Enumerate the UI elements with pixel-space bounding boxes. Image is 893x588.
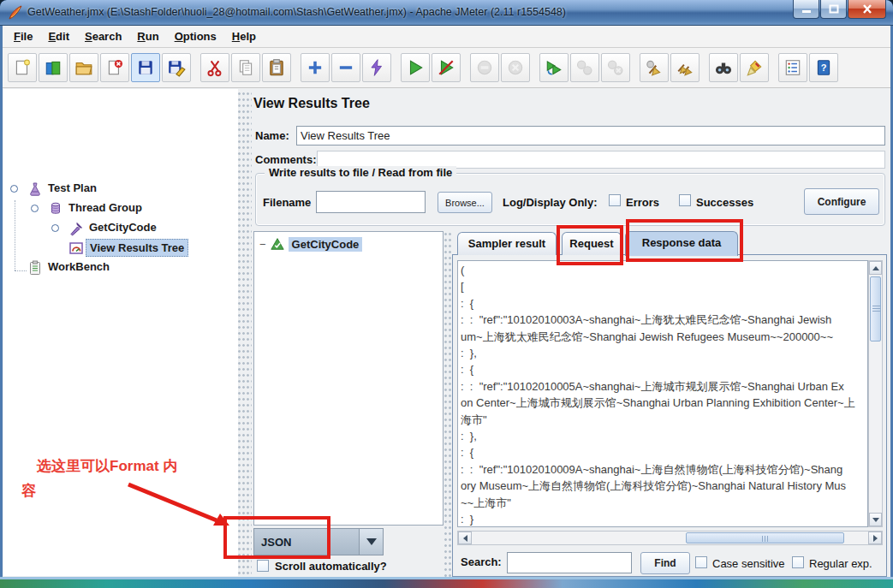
main-splitter[interactable] [238,89,252,576]
results-tree-row[interactable]: − GetCityCode [259,236,362,252]
function-helper-button[interactable] [778,53,807,82]
save-icon [136,58,155,77]
help-icon: ? [814,58,833,77]
clear-button[interactable] [640,53,669,82]
regular-exp-checkbox[interactable] [792,556,804,568]
result-sampler-label[interactable]: GetCityCode [289,237,363,252]
results-splitter[interactable] [444,231,452,577]
tree-item-view-results-tree[interactable]: View Results Tree [86,239,188,257]
start-no-timers-icon [437,58,455,77]
log-display-label: Log/Display Only: [503,196,598,209]
response-line: ( [461,262,865,278]
configure-button[interactable]: Configure [804,188,879,215]
copy-button[interactable] [231,53,260,82]
search-button[interactable] [709,53,738,82]
tree-item-workbench[interactable]: WorkBench [45,258,113,275]
remote-start-all-button[interactable] [539,53,569,82]
toggle-button[interactable] [362,53,391,82]
response-line: ~~上海市" [461,495,865,511]
paste-icon [267,58,286,77]
thread-group-icon [47,200,64,217]
collapse-handle[interactable]: − [259,238,266,251]
tree-handle[interactable] [10,185,18,193]
open-file-button[interactable] [69,53,98,82]
remote-shutdown-all-icon [606,58,625,77]
minimize-button[interactable] [793,0,819,19]
write-results-legend: Write results to file / Read from file [265,166,456,179]
plus-button[interactable] [301,53,330,82]
scroll-right-button[interactable] [868,532,882,544]
menu-run[interactable]: Run [129,27,166,45]
jmeter-logo-icon [7,4,24,21]
vertical-scrollbar-thumb[interactable] [870,276,881,342]
response-data-textarea[interactable]: ([: {: : "ref":"10102010003A~shanghai~上海… [457,260,868,527]
name-input[interactable] [296,126,885,146]
tree-handle[interactable] [51,224,59,232]
tab-sampler-result[interactable]: Sampler result [457,232,557,255]
help-button[interactable]: ? [809,53,838,82]
remote-stop-all-button[interactable] [570,53,599,82]
horizontal-scrollbar-thumb[interactable] [686,532,844,543]
search-input[interactable] [507,552,632,573]
start-no-timers-button[interactable] [432,53,461,82]
close-button[interactable] [848,0,886,19]
new-file-button[interactable] [8,53,37,82]
filename-input[interactable] [316,191,426,213]
save-button[interactable] [131,53,160,82]
menu-search[interactable]: Search [77,27,129,45]
case-sensitive-checkbox[interactable] [695,556,707,568]
test-plan-tree-panel[interactable]: Test PlanThread GroupGetCityCodeView Res… [3,89,238,576]
response-line: 海市" [461,412,865,428]
browse-button[interactable]: Browse... [438,192,492,213]
menu-help[interactable]: Help [224,27,264,45]
cut-button[interactable] [200,53,229,82]
menu-edit[interactable]: Edit [40,27,77,45]
scroll-left-button[interactable] [458,532,472,544]
maximize-button[interactable] [820,0,847,19]
menu-options[interactable]: Options [167,27,224,45]
save-as-button[interactable] [162,53,191,82]
scroll-auto-checkbox[interactable] [257,560,269,572]
templates-icon [44,58,63,77]
successes-checkbox[interactable] [679,194,691,206]
toolbar: ? [3,48,890,88]
annotation-note-line2: 容 [21,481,36,501]
close-file-button[interactable] [100,53,129,82]
search-reset-button[interactable] [740,53,769,82]
scroll-down-button[interactable] [869,513,882,526]
menu-bar: FileEditSearchRunOptionsHelp [3,26,890,48]
results-tree-panel[interactable]: − GetCityCode [253,231,444,526]
search-reset-icon [745,58,764,77]
menu-file[interactable]: File [6,27,40,45]
response-line: : { [461,295,865,312]
annotation-box-json [223,516,330,559]
format-select-button[interactable] [359,529,383,555]
tree-item-getcitycode[interactable]: GetCityCode [86,219,160,235]
tree-connector [15,270,27,271]
stop-button[interactable] [470,53,499,82]
response-line: : { [461,361,865,377]
templates-button[interactable] [39,53,68,82]
new-file-icon [13,58,32,77]
remote-shutdown-all-button[interactable] [601,53,630,82]
vertical-scrollbar[interactable] [868,260,883,527]
toolbar-separator [701,53,709,82]
desktop-background-strip [0,579,893,588]
response-line: : : "ref":"10102010003A~shanghai~上海犹太难民纪… [461,312,865,328]
errors-checkbox[interactable] [609,194,621,206]
paste-button[interactable] [262,53,291,82]
tree-item-test-plan[interactable]: Test Plan [45,180,100,196]
response-line: : { [461,444,865,460]
tree-handle[interactable] [31,205,39,212]
minus-button[interactable] [331,53,360,82]
horizontal-scrollbar[interactable] [457,531,883,545]
scroll-up-button[interactable] [869,261,882,275]
title-bar[interactable]: GetWeather.jmx (E:\StashFolder\huoli_28@… [0,0,893,26]
find-button[interactable]: Find [640,552,690,574]
tree-item-thread-group[interactable]: Thread Group [65,199,146,216]
jmeter-window: GetWeather.jmx (E:\StashFolder\huoli_28@… [0,0,893,588]
toolbar-separator [771,53,778,82]
start-button[interactable] [401,53,430,82]
clear-all-button[interactable] [670,53,700,82]
shutdown-button[interactable] [501,53,530,82]
